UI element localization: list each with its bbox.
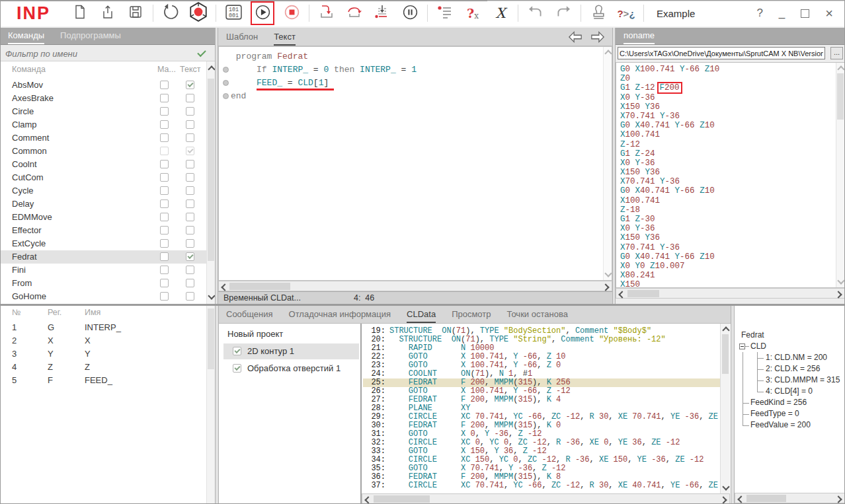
tab-Подпрограммы[interactable]: Подпрограммы — [60, 30, 121, 44]
text-checkbox[interactable] — [186, 279, 194, 287]
scroll-left-icon[interactable] — [364, 496, 372, 503]
breakpoint-bullet-icon[interactable] — [223, 67, 229, 73]
macro-checkbox[interactable] — [160, 133, 169, 142]
text-checkbox[interactable] — [186, 81, 194, 89]
text-checkbox[interactable] — [186, 94, 194, 102]
pause-button[interactable] — [401, 4, 419, 22]
command-row[interactable]: Delay — [0, 198, 206, 211]
help-button[interactable]: ? — [756, 7, 762, 20]
macro-checkbox[interactable] — [160, 213, 169, 221]
tab-noname[interactable]: noname — [624, 30, 655, 44]
scrollbar-thumb[interactable] — [627, 290, 659, 297]
editor-vscrollbar[interactable] — [603, 47, 612, 280]
command-row[interactable]: Fini — [0, 264, 206, 277]
scroll-down-icon[interactable] — [604, 270, 612, 277]
scroll-down-icon[interactable] — [722, 483, 729, 490]
tab-Точки останова[interactable]: Точки останова — [507, 309, 568, 323]
commands-scrollbar[interactable] — [206, 61, 215, 304]
register-row[interactable]: 3YY — [0, 347, 215, 360]
text-checkbox[interactable] — [186, 186, 194, 195]
open-button[interactable] — [99, 4, 117, 22]
command-row[interactable]: EDMMove — [0, 211, 206, 224]
macro-checkbox[interactable] — [160, 199, 169, 208]
tab-CLData[interactable]: CLData — [407, 309, 436, 323]
collapse-icon[interactable] — [739, 343, 745, 349]
text-checkbox[interactable] — [186, 120, 194, 129]
step-into-button[interactable] — [317, 4, 336, 22]
expression-help-button[interactable]: ?x — [463, 4, 482, 22]
tab-Шаблон[interactable]: Шаблон — [226, 32, 258, 46]
tab-Просмотр[interactable]: Просмотр — [452, 309, 491, 323]
maximize-button[interactable] — [801, 9, 809, 18]
scroll-right-icon[interactable] — [602, 283, 609, 291]
tree-divider[interactable] — [360, 324, 362, 504]
code-editor[interactable]: program Fedrat If INTERP_ = 0 then INTER… — [218, 46, 612, 281]
text-checkbox[interactable] — [186, 226, 194, 234]
text-checkbox[interactable] — [186, 199, 194, 208]
cldata-hscrollbar[interactable] — [362, 493, 730, 504]
scroll-up-icon[interactable] — [208, 65, 215, 73]
command-row[interactable]: Cycle — [0, 184, 206, 198]
inspector-hscrollbar[interactable] — [735, 493, 845, 503]
scroll-up-icon[interactable] — [722, 326, 729, 334]
macro-checkbox[interactable] — [160, 120, 169, 129]
nc-vscrollbar[interactable] — [836, 63, 844, 287]
register-row[interactable]: 2XX — [0, 334, 215, 347]
close-button[interactable]: × — [825, 6, 833, 21]
browse-button[interactable]: ... — [830, 47, 843, 59]
scrollbar-thumb[interactable] — [722, 334, 729, 374]
macro-checkbox[interactable] — [160, 173, 169, 182]
inspector-node-cld[interactable]: CLD — [737, 341, 845, 352]
command-row[interactable]: Coolnt — [0, 158, 206, 171]
text-checkbox[interactable] — [186, 213, 194, 221]
stamp-button[interactable] — [589, 4, 608, 22]
scrollbar-thumb[interactable] — [229, 283, 290, 290]
macro-checkbox[interactable] — [160, 239, 169, 248]
splitter[interactable] — [215, 306, 219, 504]
text-checkbox[interactable] — [186, 133, 194, 142]
splitter[interactable] — [215, 28, 218, 304]
macro-checkbox[interactable] — [160, 226, 169, 234]
command-row[interactable]: CutCom — [0, 171, 206, 184]
scroll-left-icon[interactable] — [618, 291, 625, 298]
command-row[interactable]: AxesBrake — [0, 92, 206, 105]
scroll-right-icon[interactable] — [834, 495, 842, 503]
breakpoint-bullet-icon[interactable] — [223, 80, 229, 86]
scroll-right-icon[interactable] — [834, 291, 842, 298]
filter-input[interactable] — [4, 46, 192, 61]
output-path-input[interactable] — [618, 47, 825, 59]
nav-forward-button[interactable] — [590, 30, 606, 47]
stop-button[interactable] — [282, 4, 301, 22]
undo-button[interactable] — [526, 4, 545, 22]
scroll-up-icon[interactable] — [604, 50, 612, 57]
nav-back-button[interactable] — [567, 30, 583, 47]
macro-checkbox[interactable] — [160, 186, 169, 195]
cldata-vscrollbar[interactable] — [720, 324, 730, 493]
translate-help-button[interactable]: ?>¿ — [617, 4, 635, 22]
reset-button[interactable] — [161, 4, 180, 22]
scroll-up-icon[interactable] — [837, 65, 844, 73]
register-row[interactable]: 1GINTERP_ — [0, 320, 215, 334]
macro-checkbox[interactable] — [160, 252, 169, 261]
scrollbar-thumb[interactable] — [208, 79, 214, 261]
tab-Текст[interactable]: Текст — [274, 32, 296, 46]
text-checkbox[interactable] — [186, 292, 194, 301]
macro-checkbox[interactable] — [160, 107, 169, 116]
operation-checkbox[interactable] — [233, 364, 241, 373]
scroll-down-icon[interactable] — [208, 292, 215, 299]
tab-Сообщения[interactable]: Сообщения — [226, 309, 273, 323]
generate-code-button[interactable]: 101001 — [224, 4, 243, 22]
cldata-line[interactable]: 37: CIRCLE XC 70.741, YC -66, ZC -12, R … — [363, 482, 720, 490]
register-row[interactable]: 5FFEED_ — [0, 373, 215, 386]
macro-checkbox[interactable] — [160, 292, 169, 301]
cldata-view[interactable]: 19:STRUCTURE ON(71), TYPE "BodySection",… — [363, 324, 720, 493]
tab-Команды[interactable]: Команды — [8, 30, 44, 44]
breakpoints-list-button[interactable] — [436, 4, 454, 22]
scrollbar-thumb[interactable] — [208, 308, 214, 369]
command-row[interactable]: Circle — [0, 105, 206, 118]
scroll-left-icon[interactable] — [221, 283, 228, 291]
command-row[interactable]: From — [0, 277, 206, 290]
save-button[interactable] — [126, 4, 145, 22]
text-checkbox[interactable] — [186, 266, 194, 274]
command-row[interactable]: Common — [0, 145, 206, 158]
